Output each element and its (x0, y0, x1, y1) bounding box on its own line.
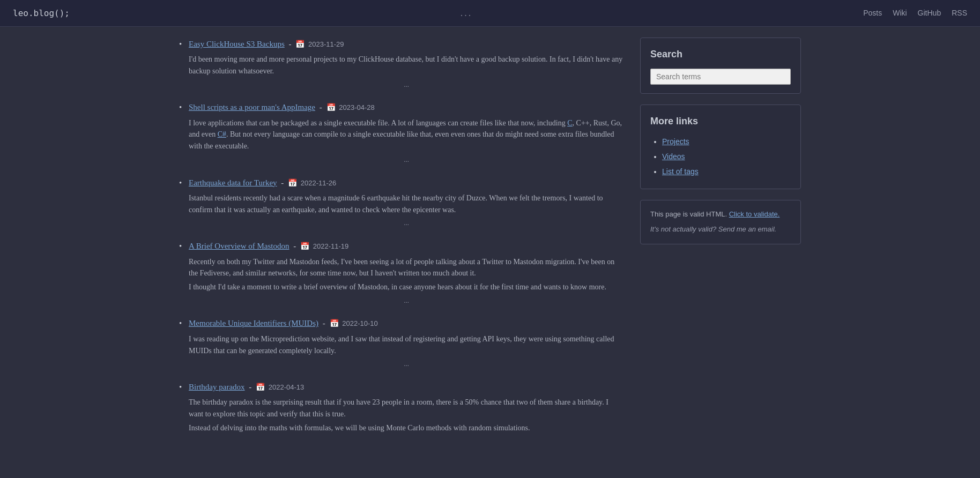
list-item: Earthquake data for Turkey - 📅 2022-11-2… (179, 176, 624, 229)
more-links-list: Projects Videos List of tags (650, 135, 791, 178)
nav-wiki[interactable]: Wiki (893, 7, 907, 19)
list-item: Videos (662, 150, 791, 163)
post-excerpt-2: I thought I'd take a moment to write a b… (189, 281, 624, 293)
validator-widget: This page is valid HTML. Click to valida… (640, 200, 801, 244)
site-logo[interactable]: leo.blog(); (13, 6, 70, 20)
list-item: Projects (662, 135, 791, 148)
nav-posts[interactable]: Posts (863, 7, 882, 19)
post-title-link[interactable]: Memorable Unique Identifiers (MUIDs) (189, 319, 318, 327)
calendar-icon: 📅 (300, 242, 309, 250)
validator-link[interactable]: Click to validate. (729, 210, 780, 218)
validator-text: This page is valid HTML. Click to valida… (650, 209, 791, 220)
post-date: 2022-11-19 (313, 242, 349, 250)
main-content: Easy ClickHouse S3 Backups - 📅 2023-11-2… (179, 38, 624, 439)
list-item: Shell scripts as a poor man's AppImage -… (179, 101, 624, 165)
calendar-icon: 📅 (256, 383, 265, 391)
nav-github[interactable]: GitHub (918, 7, 941, 19)
post-title-link[interactable]: A Brief Overview of Mastodon (189, 242, 289, 250)
list-item: Birthday paradox - 📅 2022-04-13 The birt… (179, 380, 624, 434)
search-input[interactable] (650, 69, 791, 85)
calendar-icon: 📅 (330, 319, 339, 327)
post-excerpt-2: Instead of delving into the maths with f… (189, 422, 624, 434)
post-title-link[interactable]: Earthquake data for Turkey (189, 178, 277, 187)
videos-link[interactable]: Videos (662, 152, 685, 161)
validator-static-text: This page is valid HTML. (650, 210, 727, 218)
post-title-link[interactable]: Shell scripts as a poor man's AppImage (189, 103, 315, 111)
post-date: 2023-04-28 (339, 103, 375, 111)
post-more-ellipsis: ... (189, 154, 624, 166)
post-title-link[interactable]: Easy ClickHouse S3 Backups (189, 40, 285, 48)
post-list: Easy ClickHouse S3 Backups - 📅 2023-11-2… (179, 38, 624, 434)
post-excerpt: I'd been moving more and more personal p… (189, 54, 624, 77)
inline-link-c[interactable]: C (567, 119, 572, 127)
post-more-ellipsis: ... (189, 358, 624, 370)
post-excerpt: I love applications that can be packaged… (189, 117, 624, 152)
header-dots: ... (461, 5, 473, 21)
more-links-widget: More links Projects Videos List of tags (640, 104, 801, 190)
post-date: 2022-11-26 (301, 179, 337, 187)
post-more-ellipsis: ... (189, 79, 624, 91)
calendar-icon: 📅 (326, 103, 336, 111)
list-item: List of tags (662, 165, 791, 178)
post-date: 2023-11-29 (308, 40, 344, 48)
search-widget: Search (640, 38, 801, 94)
post-excerpt-1: Recently on both my Twitter and Mastodon… (189, 256, 624, 279)
list-of-tags-link[interactable]: List of tags (662, 167, 699, 176)
calendar-icon: 📅 (288, 179, 297, 187)
post-date: 2022-04-13 (269, 383, 305, 391)
nav-rss[interactable]: RSS (952, 7, 967, 19)
post-more-ellipsis: ... (189, 218, 624, 229)
sidebar: Search More links Projects Videos List o… (640, 38, 801, 439)
inline-link-csharp[interactable]: C# (218, 130, 226, 138)
calendar-icon: 📅 (295, 40, 305, 48)
post-date: 2022-10-10 (342, 319, 378, 327)
list-item: Memorable Unique Identifiers (MUIDs) - 📅… (179, 317, 624, 370)
post-excerpt: I was reading up on the Microprediction … (189, 333, 624, 356)
search-widget-title: Search (650, 47, 791, 62)
post-excerpt: Istanbul residents recently had a scare … (189, 192, 624, 215)
list-item: A Brief Overview of Mastodon - 📅 2022-11… (179, 240, 624, 306)
post-excerpt-1: The birthday paradox is the surprising r… (189, 397, 624, 420)
post-more-ellipsis: ... (189, 295, 624, 307)
list-item: Easy ClickHouse S3 Backups - 📅 2023-11-2… (179, 38, 624, 91)
main-nav: Posts Wiki GitHub RSS (863, 7, 967, 19)
post-title-link[interactable]: Birthday paradox (189, 383, 245, 391)
validator-italic: It's not actually valid? Send me an emai… (650, 224, 791, 235)
more-links-title: More links (650, 114, 791, 129)
projects-link[interactable]: Projects (662, 137, 689, 146)
